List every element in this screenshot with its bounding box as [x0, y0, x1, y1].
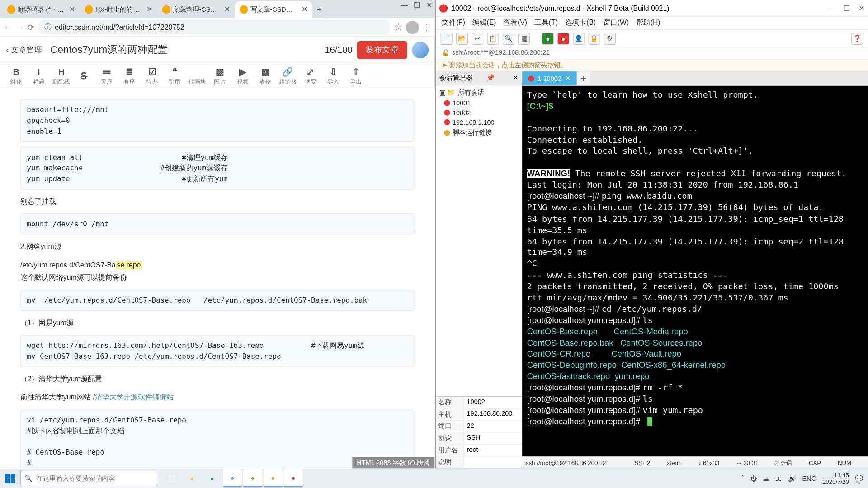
toolbar-button[interactable]: ≔无序: [95, 66, 118, 85]
tool-button[interactable]: ⚙: [604, 33, 616, 44]
chrome-menu-icon[interactable]: ⋮: [423, 22, 431, 32]
close-icon[interactable]: ✕: [565, 75, 571, 82]
menu-item[interactable]: 窗口(W): [603, 18, 629, 28]
session-item[interactable]: 10001: [438, 99, 519, 108]
paragraph: 前往清华大学yum网站 /清华大学开源软件镜像站: [20, 391, 415, 404]
notifications-icon[interactable]: 💬: [855, 474, 863, 482]
pin-icon[interactable]: 📌: [486, 74, 495, 82]
code-block: baseurl=file:///mnt gpgcheck=0 enable=1: [20, 99, 415, 142]
toolbar-button[interactable]: ☑待办: [141, 66, 163, 85]
browser-tab[interactable]: 文章管理-CSDN博客✕: [157, 1, 235, 18]
menu-item[interactable]: 文件(F): [442, 18, 465, 28]
article-title-input[interactable]: [47, 42, 320, 58]
forward-icon[interactable]: →: [15, 22, 24, 32]
tool-button[interactable]: 📂: [456, 33, 468, 44]
tool-button[interactable]: 🔍: [503, 33, 514, 44]
close-icon[interactable]: ✕: [224, 5, 230, 14]
toolbar-button[interactable]: ⇩导入: [322, 66, 344, 85]
tray-icon[interactable]: ☁: [763, 474, 769, 482]
taskbar-search[interactable]: 🔍 在这里输入你要搜索的内容: [20, 471, 157, 486]
toolbar-button[interactable]: 代码块: [186, 66, 208, 85]
profile-avatar[interactable]: [406, 20, 419, 33]
help-button[interactable]: ❓: [851, 33, 863, 44]
menu-item[interactable]: 选项卡(B): [565, 18, 596, 28]
publish-button[interactable]: 发布文章: [357, 41, 407, 59]
toolbar-button[interactable]: ▦表格: [254, 66, 277, 85]
close-icon[interactable]: ✕: [513, 74, 518, 82]
code-block: wget http://mirrors.163.com/.help/CentOS…: [20, 335, 415, 367]
toolbar-button[interactable]: I标题: [28, 66, 50, 85]
session-item[interactable]: 10002: [438, 108, 519, 117]
new-tab-button[interactable]: +: [312, 1, 327, 18]
new-tab-button[interactable]: +: [577, 71, 590, 85]
status-dot-icon: [444, 110, 450, 116]
minimize-button[interactable]: —: [828, 4, 835, 12]
toolbar-button[interactable]: 🔗超链接: [277, 66, 299, 85]
taskbar-app[interactable]: ●: [183, 469, 202, 488]
browser-tab[interactable]: HX-叶尘的的个人空间✕: [80, 1, 157, 18]
volume-icon[interactable]: 🔊: [788, 474, 796, 482]
ime-indicator[interactable]: ENG: [802, 475, 816, 482]
property-row: 协议SSH: [436, 432, 522, 444]
link[interactable]: 清华大学开源软件镜像站: [95, 393, 174, 401]
session-item[interactable]: 192.168.1.100: [438, 117, 519, 127]
close-button[interactable]: ✕: [859, 4, 864, 12]
menu-item[interactable]: 帮助(H): [636, 18, 660, 28]
toolbar-button[interactable]: H删除线: [50, 66, 73, 85]
close-button[interactable]: ✕: [426, 1, 432, 9]
taskbar-app[interactable]: ●: [284, 469, 303, 488]
toolbar-button[interactable]: ▶视频: [231, 66, 254, 85]
tool-button[interactable]: ▦: [518, 33, 530, 44]
site-info-icon[interactable]: ⓘ: [44, 22, 52, 32]
minimize-button[interactable]: —: [401, 1, 408, 9]
tool-button[interactable]: ●: [557, 33, 569, 44]
toolbar-button[interactable]: ▧图片: [209, 66, 231, 85]
tray-icon[interactable]: ⏻: [750, 475, 757, 482]
taskbar-app[interactable]: ●: [203, 469, 222, 488]
menu-item[interactable]: 编辑(E): [472, 18, 496, 28]
tool-button[interactable]: ●: [542, 33, 554, 44]
taskbar-app[interactable]: ◯: [162, 469, 181, 488]
search-placeholder: 在这里输入你要搜索的内容: [36, 474, 115, 483]
toolbar-button[interactable]: ⤢摘要: [299, 66, 322, 85]
toolbar-button[interactable]: ⇧导出: [344, 66, 367, 85]
tray-chevron-icon[interactable]: ˄: [741, 474, 745, 482]
tool-button[interactable]: 📋: [487, 33, 499, 44]
terminal-tab[interactable]: 1 10002 ✕: [522, 71, 577, 85]
address-bar[interactable]: ⓘ editor.csdn.net/md/?articleId=10722075…: [38, 20, 390, 35]
session-item[interactable]: 脚本运行链接: [438, 127, 519, 138]
session-tree[interactable]: ▣ 📁 所有会话 1000110002192.168.1.100脚本运行链接: [436, 84, 522, 396]
close-icon[interactable]: ✕: [146, 5, 152, 14]
menu-item[interactable]: 工具(T): [534, 18, 558, 28]
clock[interactable]: 11:452020/7/20: [822, 472, 849, 485]
back-link[interactable]: ‹文章管理: [6, 44, 42, 55]
close-icon[interactable]: ✕: [302, 5, 307, 14]
taskbar-app[interactable]: ●: [264, 469, 283, 488]
editor-body[interactable]: baseurl=file:///mnt gpgcheck=0 enable=1 …: [0, 89, 434, 469]
toolbar-button[interactable]: ❝引用: [163, 66, 186, 85]
xshell-statusbar: ssh://root@192.168.86.200:22 SSH2xterm↕ …: [522, 456, 868, 468]
browser-tab[interactable]: 写文章-CSDN博客✕: [235, 1, 312, 18]
tool-button[interactable]: ✂: [472, 33, 483, 44]
tool-button[interactable]: 👤: [573, 33, 585, 44]
reload-icon[interactable]: ⟳: [28, 22, 35, 32]
network-icon[interactable]: 🖧: [775, 475, 782, 482]
terminal[interactable]: Type `help' to learn how to use Xshell p…: [522, 86, 868, 456]
close-icon[interactable]: ✕: [69, 5, 75, 14]
bookmark-icon[interactable]: ☆: [394, 21, 402, 33]
taskbar-app[interactable]: ●: [243, 469, 262, 488]
toolbar-button[interactable]: B斜体: [5, 66, 28, 85]
tool-button[interactable]: 🔒: [589, 33, 600, 44]
maximize-button[interactable]: ☐: [414, 1, 420, 9]
toolbar-button[interactable]: S̶: [73, 70, 95, 81]
menu-item[interactable]: 查看(V): [503, 18, 527, 28]
back-icon[interactable]: ←: [4, 22, 12, 32]
start-button[interactable]: [0, 469, 20, 488]
tool-button[interactable]: 📄: [441, 33, 453, 44]
browser-tab[interactable]: 咿嘻嘻嘻 (*・ω・)ノ✕: [2, 1, 80, 18]
toolbar-button[interactable]: ≣有序: [118, 66, 141, 85]
user-avatar[interactable]: [412, 42, 429, 58]
taskbar-app[interactable]: ●: [223, 469, 242, 488]
maximize-button[interactable]: ☐: [844, 4, 850, 12]
tree-folder[interactable]: ▣ 📁 所有会话: [438, 87, 519, 99]
